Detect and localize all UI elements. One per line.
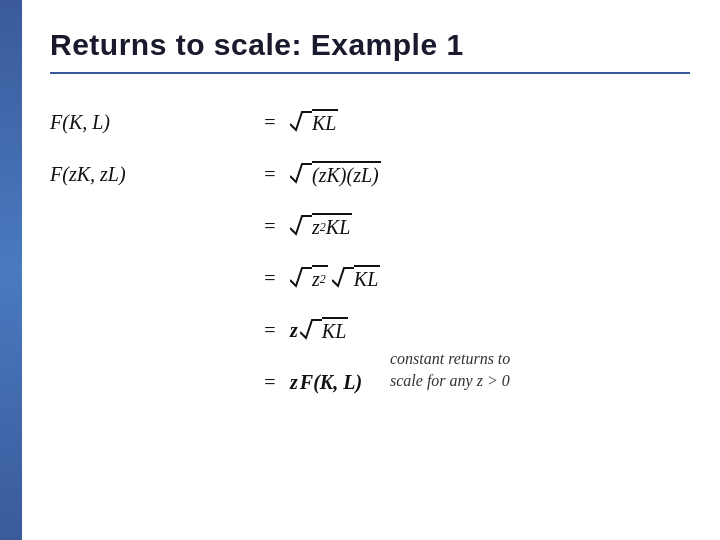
eq2-sqrt-content: (zK)(zL): [312, 161, 381, 187]
sqrt-symbol-1: [290, 108, 312, 136]
eq3-equals: =: [250, 215, 290, 238]
equation-row-4: = z2 KL: [50, 252, 690, 304]
equation-row-6: = z F(K, L) constant returns to scale fo…: [50, 356, 690, 408]
note-text: constant returns to scale for any z > 0: [390, 348, 510, 391]
eq1-lhs: F(K, L): [50, 111, 250, 134]
equation-row-3: = z2KL: [50, 200, 690, 252]
eq3-rhs: z2KL: [290, 212, 352, 240]
eq4-sqrt1: z2: [290, 264, 328, 292]
equation-row-1: F(K, L) = KL: [50, 96, 690, 148]
eq5-rhs: z KL: [290, 316, 348, 344]
eq2-sqrt: (zK)(zL): [290, 160, 381, 188]
title-divider: [50, 72, 690, 74]
equation-row-5: = z KL: [50, 304, 690, 356]
eq4-rhs: z2 KL: [290, 264, 380, 292]
eq4-sqrt1-content: z2: [312, 265, 328, 291]
eq2-lhs: F(zK, zL): [50, 163, 250, 186]
note-line1: constant returns to: [390, 350, 510, 367]
eq3-sqrt: z2KL: [290, 212, 352, 240]
eq6-rhs: z F(K, L): [290, 371, 362, 394]
eq2-equals: =: [250, 163, 290, 186]
sqrt-symbol-4a: [290, 264, 312, 292]
equation-row-2: F(zK, zL) = (zK)(zL): [50, 148, 690, 200]
eq1-lhs-text: F(K, L): [50, 111, 110, 134]
eq6-z: z: [290, 371, 298, 394]
eq5-sqrt: KL: [300, 316, 348, 344]
eq5-equals: =: [250, 319, 290, 342]
eq6-equals: =: [250, 371, 290, 394]
eq1-rhs: KL: [290, 108, 338, 136]
eq1-equals: =: [250, 111, 290, 134]
eq5-z: z: [290, 319, 298, 342]
eq2-rhs: (zK)(zL): [290, 160, 381, 188]
sqrt-symbol-3: [290, 212, 312, 240]
slide-title: Returns to scale: Example 1: [50, 28, 690, 62]
eq1-sqrt: KL: [290, 108, 338, 136]
eq6-F: F(K, L): [300, 371, 362, 394]
eq1-sqrt-content: KL: [312, 109, 338, 135]
equations-block: F(K, L) = KL F(zK, zL) =: [50, 96, 690, 408]
sqrt-symbol-5: [300, 316, 322, 344]
sqrt-symbol-2: [290, 160, 312, 188]
sqrt-symbol-4b: [332, 264, 354, 292]
eq4-sqrt2-content: KL: [354, 265, 380, 291]
eq3-sqrt-content: z2KL: [312, 213, 352, 239]
eq2-lhs-text: F(zK, zL): [50, 163, 126, 186]
eq5-sqrt-content: KL: [322, 317, 348, 343]
eq4-sqrt2: KL: [332, 264, 380, 292]
eq4-equals: =: [250, 267, 290, 290]
left-accent-bar: [0, 0, 22, 540]
main-content: Returns to scale: Example 1 F(K, L) = KL…: [30, 0, 720, 540]
note-line2: scale for any z > 0: [390, 372, 510, 389]
